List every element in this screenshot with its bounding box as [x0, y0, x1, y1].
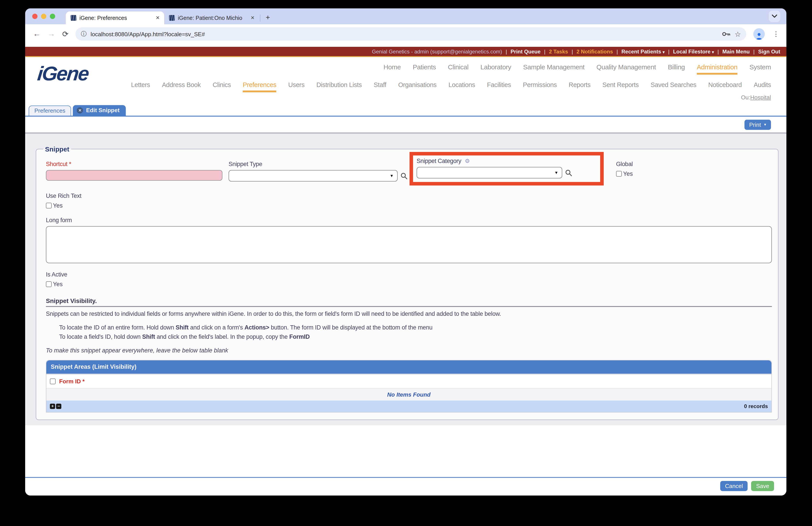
ou-line: Ou:Hospital	[25, 94, 771, 101]
url-text[interactable]: localhost:8080/App/App.html?locale=sv_SE…	[91, 31, 718, 37]
global-label: Global	[616, 161, 633, 167]
close-window-button[interactable]	[32, 14, 38, 19]
content-area: Snippet Shortcut * Snippet Type ▼	[25, 134, 786, 425]
use-rich-text-checkbox[interactable]	[46, 203, 52, 209]
profile-avatar[interactable]	[753, 28, 765, 40]
long-form-textarea[interactable]	[46, 226, 772, 263]
tab-title: iGene: Patient:Ono Michio	[178, 15, 248, 21]
tab-edit-snippet[interactable]: ✕ Edit Snippet	[73, 105, 126, 116]
subnav-letters[interactable]: Letters	[131, 81, 150, 92]
snippet-category-select[interactable]: ▼	[417, 167, 562, 179]
tab-search-button[interactable]	[769, 11, 780, 22]
nav-administration[interactable]: Administration	[697, 63, 738, 75]
favicon-icon	[169, 15, 175, 21]
back-icon[interactable]: ←	[33, 30, 41, 39]
bookmark-star-icon[interactable]: ☆	[735, 30, 741, 38]
app-topbar: Genial Genetics - admin (support@genialg…	[25, 47, 786, 57]
browser-tab-patient[interactable]: iGene: Patient:Ono Michio ✕	[164, 12, 259, 24]
is-active-yes-row: Yes	[46, 281, 772, 287]
search-icon[interactable]	[400, 172, 408, 180]
nav-laboratory[interactable]: Laboratory	[480, 63, 511, 75]
nav-sample-management[interactable]: Sample Management	[523, 63, 584, 75]
everywhere-note: To make this snippet appear everywhere, …	[46, 347, 772, 354]
subnav-facilities[interactable]: Facilities	[487, 81, 511, 92]
tab-close-icon[interactable]: ✕	[251, 15, 255, 21]
browser-tab-preferences[interactable]: iGene: Preferences ✕	[66, 12, 164, 24]
subnav-users[interactable]: Users	[288, 81, 304, 92]
subnav-distribution-lists[interactable]: Distribution Lists	[316, 81, 362, 92]
subnav-clinics[interactable]: Clinics	[213, 81, 231, 92]
toolbar-gap	[25, 44, 786, 47]
add-row-button[interactable]: +	[50, 404, 55, 409]
subnav-saved-searches[interactable]: Saved Searches	[651, 81, 696, 92]
print-button[interactable]: Print ▾	[744, 119, 771, 130]
snippet-type-select[interactable]: ▼	[229, 170, 397, 182]
subnav-address-book[interactable]: Address Book	[162, 81, 201, 92]
global-checkbox[interactable]	[616, 171, 622, 177]
nav-quality-management[interactable]: Quality Management	[596, 63, 656, 75]
save-button[interactable]: Save	[751, 481, 774, 491]
tasks-link[interactable]: 2 Tasks	[549, 48, 568, 55]
search-icon[interactable]	[565, 169, 572, 176]
browser-toolbar: ← → ⟳ ⓘ localhost:8080/App/App.html?loca…	[25, 24, 786, 44]
yes-label: Yes	[53, 281, 63, 287]
subnav-reports[interactable]: Reports	[569, 81, 591, 92]
is-active-checkbox[interactable]	[46, 281, 52, 287]
shortcut-input[interactable]	[46, 170, 222, 181]
close-tab-icon[interactable]: ✕	[77, 107, 83, 113]
dropdown-arrow-icon: ▼	[390, 173, 394, 178]
snippet-fieldset: Snippet Shortcut * Snippet Type ▼	[36, 145, 779, 420]
tab-close-icon[interactable]: ✕	[156, 15, 160, 21]
subnav-staff[interactable]: Staff	[374, 81, 386, 92]
local-filestore-menu[interactable]: Local Filestore ▾	[673, 48, 714, 55]
forward-icon[interactable]: →	[48, 30, 55, 39]
nav-patients[interactable]: Patients	[412, 63, 436, 75]
subnav-sent-reports[interactable]: Sent Reports	[603, 81, 639, 92]
subnav-locations[interactable]: Locations	[448, 81, 475, 92]
separator: |	[544, 48, 546, 55]
minimize-window-button[interactable]	[41, 14, 46, 19]
main-menu-link[interactable]: Main Menu	[722, 48, 750, 55]
record-count: 0 records	[744, 403, 768, 409]
recent-patients-menu[interactable]: Recent Patients ▾	[621, 48, 665, 55]
tab-preferences[interactable]: Preferences	[29, 105, 71, 116]
subnav-permissions[interactable]: Permissions	[523, 81, 557, 92]
nav-billing[interactable]: Billing	[668, 63, 685, 75]
browser-menu-icon[interactable]: ⋮	[772, 30, 780, 38]
visibility-description: Snippets can be restricted to individual…	[46, 311, 772, 317]
table-header: Snippet Areas (Limit Visibility)	[46, 360, 771, 374]
password-key-icon[interactable]	[722, 31, 730, 37]
new-tab-button[interactable]: +	[263, 13, 273, 22]
maximize-window-button[interactable]	[50, 14, 55, 19]
nav-clinical[interactable]: Clinical	[448, 63, 469, 75]
separator: |	[753, 48, 755, 55]
reload-icon[interactable]: ⟳	[62, 29, 69, 39]
sign-out-link[interactable]: Sign Out	[758, 48, 780, 55]
rich-text-yes-row: Yes	[46, 202, 772, 209]
nav-system[interactable]: System	[749, 63, 771, 75]
subnav-noticeboard[interactable]: Noticeboard	[708, 81, 742, 92]
select-all-checkbox[interactable]	[50, 379, 56, 384]
person-icon	[755, 32, 763, 40]
cancel-button[interactable]: Cancel	[720, 481, 748, 491]
subnav-organisations[interactable]: Organisations	[398, 81, 437, 92]
use-rich-text-label: Use Rich Text	[46, 193, 772, 199]
notifications-link[interactable]: 2 Notifications	[577, 48, 613, 55]
app-header: iGene Home Patients Clinical Laboratory …	[25, 57, 786, 101]
subnav-preferences[interactable]: Preferences	[243, 81, 276, 92]
nav-home[interactable]: Home	[383, 63, 401, 75]
subnav-audits[interactable]: Audits	[754, 81, 771, 92]
main-nav: Home Patients Clinical Laboratory Sample…	[25, 63, 771, 75]
ou-hospital-link[interactable]: Hospital	[750, 94, 771, 101]
print-queue-link[interactable]: Print Queue	[511, 48, 541, 55]
address-bar[interactable]: ⓘ localhost:8080/App/App.html?locale=sv_…	[76, 27, 746, 41]
chevron-down-icon	[772, 15, 777, 18]
separator: |	[717, 48, 719, 55]
remove-row-button[interactable]: −	[56, 404, 61, 409]
browser-window: iGene: Preferences ✕ iGene: Patient:Ono …	[25, 9, 786, 496]
caret-down-icon: ▾	[764, 122, 766, 127]
gear-icon[interactable]: ⚙	[465, 158, 470, 164]
instruction-field-id: To locate a field's ID, hold down Shift …	[59, 332, 772, 342]
snippet-areas-table: Snippet Areas (Limit Visibility) Form ID…	[46, 360, 772, 412]
site-info-icon[interactable]: ⓘ	[81, 30, 87, 38]
